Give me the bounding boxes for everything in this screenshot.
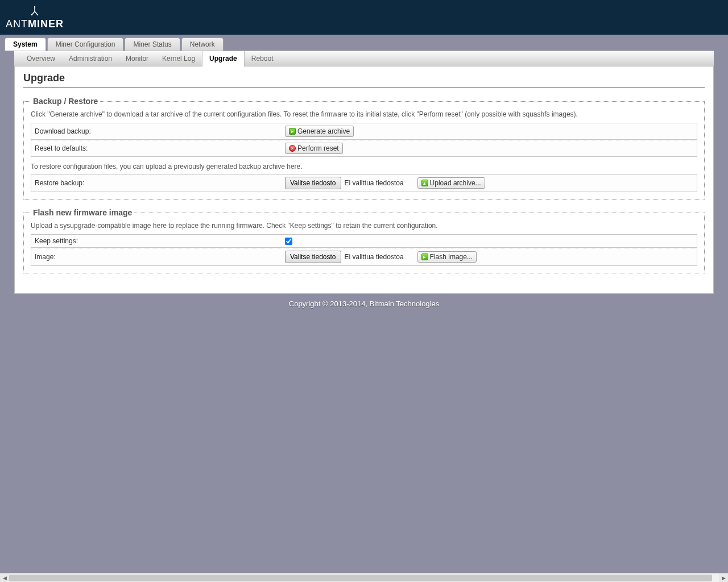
main-container: Overview Administration Monitor Kernel L… xyxy=(14,51,714,294)
logo-icon xyxy=(29,6,40,19)
scroll-right-arrow-icon[interactable]: ▶ xyxy=(719,573,728,583)
reset-icon: × xyxy=(289,145,296,152)
backup-description: Click "Generate archive" to download a t… xyxy=(31,110,697,118)
horizontal-scrollbar[interactable]: ◀ ▶ xyxy=(0,573,728,582)
flash-icon: ▸ xyxy=(421,253,428,260)
flash-firmware-legend: Flash new firmware image xyxy=(31,208,134,217)
image-label: Image: xyxy=(35,253,285,261)
sub-tabs: Overview Administration Monitor Kernel L… xyxy=(14,51,714,66)
svg-point-2 xyxy=(37,14,38,15)
app-header: ANTMINER xyxy=(0,0,728,35)
tab-miner-status[interactable]: Miner Status xyxy=(125,38,180,51)
keep-settings-row: Keep settings: xyxy=(31,234,697,248)
flash-image-button[interactable]: ▸ Flash image... xyxy=(417,251,477,263)
restore-backup-row: Restore backup: Valitse tiedosto Ei vali… xyxy=(31,174,697,192)
backup-restore-fieldset: Backup / Restore Click "Generate archive… xyxy=(23,97,705,199)
reset-defaults-label: Reset to defaults: xyxy=(35,144,285,152)
tab-network[interactable]: Network xyxy=(181,38,224,51)
generate-archive-label: Generate archive xyxy=(297,127,350,135)
subtab-reboot[interactable]: Reboot xyxy=(245,51,280,66)
subtab-upgrade[interactable]: Upgrade xyxy=(202,51,245,66)
brand-name: ANTMINER xyxy=(6,19,64,29)
download-backup-row: Download backup: ▸ Generate archive xyxy=(31,123,697,140)
upload-archive-label: Upload archive... xyxy=(430,179,481,187)
generate-archive-button[interactable]: ▸ Generate archive xyxy=(285,126,354,137)
tab-miner-configuration[interactable]: Miner Configuration xyxy=(47,38,124,51)
restore-note: To restore configuration files, you can … xyxy=(31,163,697,171)
scroll-thumb[interactable] xyxy=(9,575,712,581)
keep-settings-label: Keep settings: xyxy=(35,237,285,245)
upload-archive-button[interactable]: ▴ Upload archive... xyxy=(417,177,485,189)
image-file-button[interactable]: Valitse tiedosto xyxy=(285,251,341,263)
flash-description: Upload a sysupgrade-compatible image her… xyxy=(31,222,697,230)
download-icon: ▸ xyxy=(289,128,296,135)
subtab-monitor[interactable]: Monitor xyxy=(119,51,155,66)
perform-reset-label: Perform reset xyxy=(297,144,339,152)
svg-point-0 xyxy=(34,6,35,7)
scroll-track[interactable] xyxy=(9,573,719,583)
restore-file-button[interactable]: Valitse tiedosto xyxy=(285,177,341,189)
flash-image-label: Flash image... xyxy=(430,253,473,261)
main-tabs: System Miner Configuration Miner Status … xyxy=(0,35,728,51)
subtab-administration[interactable]: Administration xyxy=(62,51,119,66)
subtab-overview[interactable]: Overview xyxy=(20,51,62,66)
keep-settings-checkbox[interactable] xyxy=(285,238,292,245)
flash-firmware-fieldset: Flash new firmware image Upload a sysupg… xyxy=(23,208,705,273)
content-area: Upgrade Backup / Restore Click "Generate… xyxy=(14,66,714,294)
tab-system[interactable]: System xyxy=(5,38,46,51)
scroll-left-arrow-icon[interactable]: ◀ xyxy=(0,573,9,583)
restore-file-status: Ei valittua tiedostoa xyxy=(345,179,404,187)
upload-icon: ▴ xyxy=(421,180,428,186)
page-title: Upgrade xyxy=(23,72,705,88)
backup-restore-legend: Backup / Restore xyxy=(31,97,100,106)
footer: Copyright © 2013-2014, Bitmain Technolog… xyxy=(0,294,728,314)
download-backup-label: Download backup: xyxy=(35,127,285,135)
brand-logo: ANTMINER xyxy=(6,6,64,29)
svg-point-1 xyxy=(31,14,32,15)
perform-reset-button[interactable]: × Perform reset xyxy=(285,143,343,154)
subtab-kernel-log[interactable]: Kernel Log xyxy=(155,51,202,66)
image-file-status: Ei valittua tiedostoa xyxy=(345,253,404,261)
reset-defaults-row: Reset to defaults: × Perform reset xyxy=(31,140,697,157)
image-row: Image: Valitse tiedosto Ei valittua tied… xyxy=(31,248,697,266)
restore-backup-label: Restore backup: xyxy=(35,179,285,187)
